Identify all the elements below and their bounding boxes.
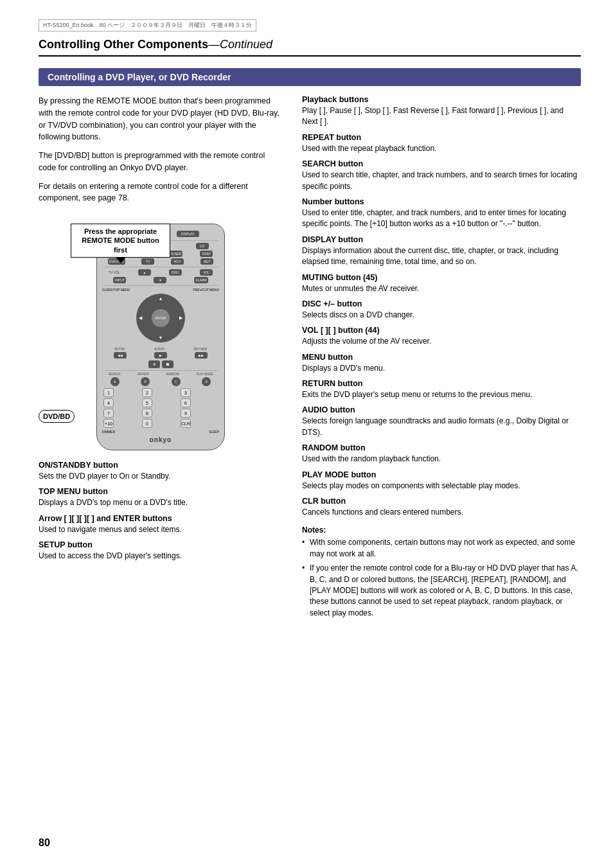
main-heading: Controlling Other Components—Continued — [39, 38, 581, 57]
random-label: RANDOM — [166, 373, 179, 376]
nav-pad: ▲ ▼ ◀ ▶ ENTER — [135, 294, 186, 345]
guide-label: GUIDE/TOP MENU — [102, 288, 130, 292]
nav-outer-ring: ▲ ▼ ◀ ▶ ENTER — [136, 294, 185, 342]
remote-input-btn: INPUT — [113, 277, 126, 283]
remote-port-btn: PORT — [200, 251, 213, 257]
disc-btn-label: DISC +/– button — [302, 299, 581, 308]
remote-repeat-btn: B — [141, 377, 150, 386]
remote-vol-down-row: INPUT ▼ ALARM — [100, 277, 222, 283]
on-standby-group: ON/STANDBY button Sets the DVD player to… — [39, 461, 283, 482]
func-labels: SEARCH REPEAT RANDOM PLAY MODE — [100, 373, 222, 376]
playmode-label: PLAY MODE — [197, 373, 213, 376]
page-container: HT-S5200_En.book 80 ページ ２００９年３月９日 月曜日 午後… — [0, 0, 613, 868]
remote-diagram: Press the appropriate REMOTE MODE button… — [39, 224, 283, 450]
vol-group: VOL [ ][ ] button (44) Adjusts the volum… — [302, 326, 581, 347]
number-btn-desc: Used to enter title, chapter, and track … — [302, 208, 581, 230]
arrow-enter-group: Arrow [ ][ ][ ][ ] and ENTER buttons Use… — [39, 514, 283, 535]
setup-btn-desc: Used to access the DVD player's settings… — [39, 551, 283, 562]
on-standby-desc: Sets the DVD player to On or Standby. — [39, 471, 283, 482]
random-btn-desc: Used with the random playback function. — [302, 454, 581, 465]
dimmer-label: DIMMER — [102, 430, 115, 434]
remote-num3: 3 — [181, 388, 191, 397]
dvd-bd-label: DVD/BD — [39, 410, 75, 423]
return-btn-label: RETURN button — [302, 379, 581, 388]
vol-btn-desc: Adjusts the volume of the AV receiver. — [302, 336, 581, 347]
nav-left: ◀ — [139, 315, 142, 321]
search-btn-label: SEARCH button — [302, 159, 581, 168]
top-menu-group: TOP MENU button Displays a DVD's top men… — [39, 487, 283, 508]
nav-right: ▶ — [179, 315, 182, 321]
audio-btn-desc: Selects foreign language soundtracks and… — [302, 416, 581, 438]
remote-stop-btn: ⏹ — [162, 360, 173, 368]
remote-cd-btn: CD — [196, 243, 209, 249]
return-label: RETURN — [193, 347, 207, 351]
display-group: DISPLAY button Displays information abou… — [302, 235, 581, 268]
intro-para1: By pressing the REMOTE MODE button that'… — [39, 95, 283, 143]
file-header: HT-S5200_En.book 80 ページ ２００９年３月９日 月曜日 午後… — [39, 19, 256, 31]
arrow-enter-desc: Used to navigate menus and select items. — [39, 524, 283, 535]
remote-pause-btn: ⏸ — [148, 360, 160, 368]
intro-para3: For details on entering a remote control… — [39, 181, 283, 205]
remote-divider3 — [103, 285, 218, 286]
display-btn-desc: Displays information about the current d… — [302, 245, 581, 268]
playmode-btn-desc: Selects play modes on components with se… — [302, 481, 581, 492]
bottom-labels: DIMMER SLEEP — [100, 430, 222, 434]
repeat-label: REPEAT — [138, 373, 149, 376]
nav-labels: GUIDE/TOP MENU PREV/CAT MENU — [100, 288, 222, 292]
playmode-btn-label: PLAY MODE button — [302, 470, 581, 479]
remote-brand: onkyo — [100, 436, 222, 443]
random-group: RANDOM button Used with the random playb… — [302, 443, 581, 465]
setup-label: SETUP — [114, 347, 125, 351]
display-btn-label: DISPLAY button — [302, 235, 581, 244]
playback-group: Playback buttons Play [ ], Pause [ ], St… — [302, 95, 581, 128]
callout-box: Press the appropriate REMOTE MODE button… — [71, 224, 170, 258]
menu-btn-label: MENU button — [302, 353, 581, 362]
playmode-group: PLAY MODE button Selects play modes on c… — [302, 470, 581, 492]
repeat-btn-desc: Used with the repeat playback function. — [302, 143, 581, 154]
remote-num0: 0 — [142, 419, 152, 428]
sleep-label: SLEEP — [209, 430, 219, 434]
remote-number-grid: 1 2 3 4 5 6 7 8 9 +10 0 CLR — [103, 388, 218, 428]
remote-num6: 6 — [181, 398, 191, 407]
notes-section: Notes: With some components, certain but… — [302, 526, 581, 619]
remote-search-btn: A — [111, 377, 120, 386]
audio-group: AUDIO button Selects foreign language so… — [302, 405, 581, 438]
disc-group: DISC +/– button Selects discs on a DVD c… — [302, 299, 581, 321]
nav-down: ▼ — [159, 335, 163, 340]
remote-tv-btn: TV — [141, 258, 154, 265]
remote-clr-btn: CLR — [181, 419, 191, 428]
remote-num2: 2 — [142, 388, 152, 397]
callout-text: Press the appropriate REMOTE MODE button… — [82, 227, 159, 254]
clr-group: CLR button Cancels functions and clears … — [302, 497, 581, 518]
page-number: 80 — [39, 837, 50, 849]
remote-image: ⏻ DISPLAY DVD/BD CBL/SAT CD AUX FM/AM — [39, 224, 283, 450]
number-group: Number buttons Used to enter title, chap… — [302, 197, 581, 230]
remote-divider2 — [103, 267, 218, 267]
section-title: Controlling a DVD Player, or DVD Recorde… — [39, 68, 581, 86]
remote-tuner-btn: TUNER — [169, 251, 182, 257]
remote-func-row: A B C D — [100, 377, 222, 386]
remote-alarm-btn: ALARM — [194, 277, 208, 283]
audio-btn-label: AUDIO button — [302, 405, 581, 414]
muting-group: MUTING button (45) Mutes or unmutes the … — [302, 273, 581, 294]
two-col-layout: By pressing the REMOTE MODE button that'… — [39, 95, 581, 622]
nav-enter: ENTER — [152, 309, 170, 327]
notes-title: Notes: — [302, 526, 581, 535]
search-btn-desc: Used to search title, chapter, and track… — [302, 170, 581, 192]
remote-vol-row: TV VOL ▲ DISC VOL — [100, 269, 222, 276]
muting-btn-label: MUTING button (45) — [302, 273, 581, 282]
playback-label: Playback buttons — [302, 95, 581, 104]
remote-random-btn: C — [172, 377, 181, 386]
menu-btn-desc: Displays a DVD's menu. — [302, 363, 581, 374]
random-btn-label: RANDOM button — [302, 443, 581, 452]
heading-text: Controlling Other Components — [39, 38, 208, 51]
number-btn-label: Number buttons — [302, 197, 581, 206]
remote-num7: 7 — [103, 409, 114, 418]
vol-btn-label: VOL [ ][ ] button (44) — [302, 326, 581, 335]
repeat-group: REPEAT button Used with the repeat playb… — [302, 133, 581, 154]
remote-disc-btn: DISC — [169, 269, 182, 276]
intro-para2: The [DVD/BD] button is preprogrammed wit… — [39, 150, 283, 174]
clr-btn-desc: Cancels functions and clears entered num… — [302, 507, 581, 518]
on-standby-label: ON/STANDBY button — [39, 461, 283, 470]
setup-audio-labels: SETUP AUDIO RETURN — [100, 347, 222, 351]
